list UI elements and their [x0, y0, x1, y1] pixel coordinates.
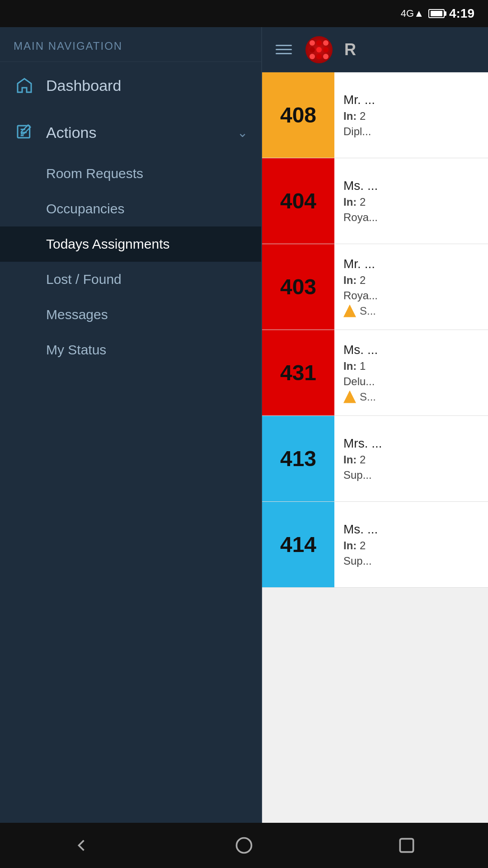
recent-button[interactable] [379, 828, 435, 863]
back-button[interactable] [53, 828, 109, 863]
battery-icon [428, 9, 445, 18]
brand-letter: R [344, 40, 356, 59]
room-number-403: 403 [262, 244, 334, 330]
home-button[interactable] [216, 828, 272, 863]
room-guest-408: Mr. ... [343, 93, 479, 107]
sidebar-header: MAIN NAVIGATION [0, 27, 261, 62]
sidebar-item-dashboard[interactable]: Dashboard [0, 62, 261, 109]
room-number-404: 404 [262, 158, 334, 244]
sidebar-item-todays-assignments[interactable]: Todays Assignments [0, 226, 261, 262]
warning-triangle-icon [343, 305, 356, 317]
room-in-414: In: 2 [343, 539, 479, 552]
status-icons: 4G▲ 4:19 [401, 6, 474, 21]
sidebar-item-occupancies[interactable]: Occupancies [0, 191, 261, 226]
room-info-403: Mr. ... In: 2 Roya... S... [334, 244, 488, 330]
chevron-down-icon: ⌄ [237, 125, 248, 140]
status-bar: 4G▲ 4:19 [0, 0, 488, 27]
room-guest-414: Ms. ... [343, 522, 479, 537]
room-card-414[interactable]: 414 Ms. ... In: 2 Sup... [262, 502, 488, 588]
actions-submenu: Room Requests Occupancies Todays Assignm… [0, 156, 261, 368]
room-in-431: In: 1 [343, 360, 479, 373]
room-guest-404: Ms. ... [343, 179, 479, 193]
warning-triangle-icon-431 [343, 391, 356, 403]
room-type-403: Roya... [343, 289, 479, 302]
room-in-413: In: 2 [343, 453, 479, 466]
room-guest-431: Ms. ... [343, 343, 479, 357]
room-info-404: Ms. ... In: 2 Roya... [334, 158, 488, 244]
room-type-431: Delu... [343, 375, 479, 388]
room-type-414: Sup... [343, 555, 479, 567]
room-info-431: Ms. ... In: 1 Delu... S... [334, 330, 488, 415]
room-number-408: 408 [262, 72, 334, 158]
bottom-nav [0, 823, 488, 868]
room-card-403[interactable]: 403 Mr. ... In: 2 Roya... S... [262, 244, 488, 330]
room-cards-list: 408 Mr. ... In: 2 Dipl... 404 Ms. ... In… [262, 72, 488, 868]
room-type-404: Roya... [343, 211, 479, 224]
sidebar-item-room-requests[interactable]: Room Requests [0, 156, 261, 191]
room-in-403: In: 2 [343, 274, 479, 287]
room-info-413: Mrs. ... In: 2 Sup... [334, 416, 488, 501]
sidebar-item-actions[interactable]: Actions ⌄ [0, 109, 261, 156]
room-guest-413: Mrs. ... [343, 436, 479, 451]
svg-point-1 [237, 838, 252, 853]
sidebar-item-my-status[interactable]: My Status [0, 332, 261, 368]
sidebar-item-messages[interactable]: Messages [0, 297, 261, 332]
actions-label: Actions [46, 124, 226, 142]
room-number-414: 414 [262, 502, 334, 587]
room-in-404: In: 2 [343, 196, 479, 208]
content-area: R 408 Mr. ... In: 2 Dipl... 404 [262, 27, 488, 868]
room-number-431: 431 [262, 330, 334, 415]
room-card-404[interactable]: 404 Ms. ... In: 2 Roya... [262, 158, 488, 244]
room-guest-403: Mr. ... [343, 257, 479, 271]
room-warning-431: S... [343, 391, 479, 403]
room-card-408[interactable]: 408 Mr. ... In: 2 Dipl... [262, 72, 488, 158]
brand-logo [305, 36, 333, 63]
sidebar-item-lost-found[interactable]: Lost / Found [0, 262, 261, 297]
room-number-413: 413 [262, 416, 334, 501]
svg-rect-2 [400, 839, 413, 852]
dashboard-label: Dashboard [46, 77, 248, 94]
room-in-408: In: 2 [343, 110, 479, 123]
content-topbar: R [262, 27, 488, 72]
sidebar: MAIN NAVIGATION Dashboard Actions ⌄ [0, 27, 262, 868]
room-card-431[interactable]: 431 Ms. ... In: 1 Delu... S... [262, 330, 488, 416]
room-info-408: Mr. ... In: 2 Dipl... [334, 72, 488, 158]
sidebar-header-text: MAIN NAVIGATION [14, 40, 122, 52]
signal-icon: 4G▲ [401, 8, 424, 19]
home-icon [14, 75, 35, 96]
room-warning-403: S... [343, 305, 479, 317]
room-type-408: Dipl... [343, 125, 479, 138]
main-layout: MAIN NAVIGATION Dashboard Actions ⌄ [0, 27, 488, 868]
hamburger-icon[interactable] [271, 40, 296, 59]
room-type-413: Sup... [343, 469, 479, 481]
room-info-414: Ms. ... In: 2 Sup... [334, 502, 488, 587]
room-card-413[interactable]: 413 Mrs. ... In: 2 Sup... [262, 416, 488, 502]
edit-icon [14, 122, 35, 143]
clock: 4:19 [449, 6, 474, 21]
